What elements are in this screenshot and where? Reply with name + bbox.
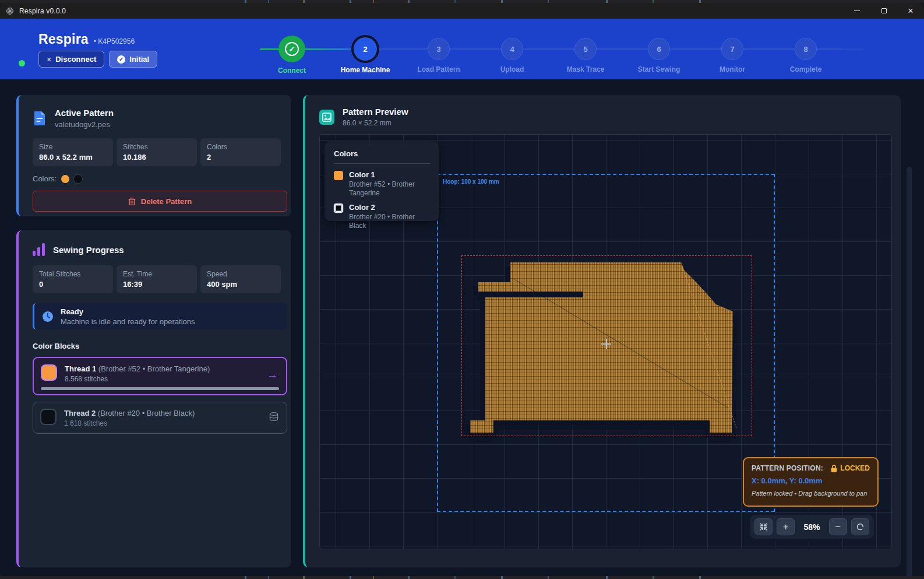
step-mask-trace[interactable]: 5 Mask Trace (549, 26, 622, 75)
color-dot-tangerine (61, 175, 69, 183)
colors-panel-title: Colors (334, 149, 431, 158)
status-title: Ready (61, 307, 195, 316)
reset-view-button[interactable] (851, 518, 869, 535)
lock-icon (831, 465, 837, 472)
zoom-level: 58% (799, 522, 824, 532)
thread2-swatch (40, 409, 57, 425)
thread-block-1[interactable]: Thread 1 (Brother #52 • Brother Tangerin… (33, 357, 287, 395)
scrollbar-thumb[interactable] (907, 167, 912, 576)
hoop-label: Hoop: 100 x 100 mm (443, 178, 499, 185)
color-dot-black (74, 175, 82, 183)
pattern-filename: valetudogv2.pes (55, 120, 114, 129)
card-title: Pattern Preview (343, 107, 408, 117)
image-icon (319, 110, 334, 125)
pattern-position-overlay: PATTERN POSITION: LOCKED X: 0.0mm, Y: 0.… (743, 457, 879, 507)
position-hint: Pattern locked • Drag background to pan (752, 490, 870, 497)
zoom-out-button[interactable]: − (829, 518, 847, 535)
thread1-progress-bar (41, 387, 279, 390)
step-complete[interactable]: 8 Complete (769, 26, 842, 75)
divider (334, 163, 431, 164)
pattern-dimensions: 86.0 × 52.2 mm (343, 119, 408, 127)
thread-block-2[interactable]: Thread 2 (Brother #20 • Brother Black) 1… (33, 402, 287, 434)
close-icon: × (908, 6, 913, 16)
maximize-button[interactable] (870, 3, 897, 19)
active-pattern-card: Active Pattern valetudogv2.pes Size 86.0… (16, 95, 291, 216)
step-home-machine[interactable]: 2 Home Machine (329, 26, 402, 75)
position-label: PATTERN POSITION: (752, 464, 823, 472)
colors-panel: Colors Color 1 Brother #52 • Brother Tan… (325, 141, 439, 221)
thread1-swatch (41, 364, 57, 381)
step-connect[interactable]: ✓ Connect (255, 26, 329, 75)
disconnect-button[interactable]: × Disconnect (38, 51, 104, 68)
titlebar: Respira v0.0.0 × (0, 3, 924, 19)
connection-status-dot (19, 60, 25, 66)
color1-swatch (334, 171, 343, 180)
app-icon (6, 7, 14, 15)
machine-serial: • K4P502956 (94, 37, 135, 45)
check-circle-icon: ✓ (117, 55, 125, 64)
stat-est-time: Est. Time 16:39 (117, 265, 197, 293)
stat-size: Size 86.0 x 52.2 mm (33, 138, 113, 166)
header: Respira • K4P502956 × Disconnect ✓ Initi… (0, 19, 924, 79)
background-window-sliver-bottom (0, 576, 924, 579)
zoom-in-button[interactable]: + (777, 518, 795, 535)
locked-badge: LOCKED (831, 464, 870, 472)
stepper-line-tail (842, 48, 863, 50)
stat-stitches: Stitches 10.186 (117, 138, 197, 166)
status-desc: Machine is idle and ready for operations (61, 317, 195, 326)
arrow-right-icon: → (267, 369, 278, 381)
clock-icon (42, 311, 54, 322)
card-title: Sewing Progress (53, 245, 124, 255)
minimize-button[interactable] (844, 3, 870, 19)
file-icon (33, 111, 47, 126)
color-blocks-heading: Color Blocks (33, 342, 281, 350)
color-item-2: Color 2 Brother #20 • Brother Black (334, 203, 431, 230)
step-start-sewing[interactable]: 6 Start Sewing (622, 26, 696, 75)
x-icon: × (47, 55, 51, 64)
close-button[interactable]: × (897, 3, 924, 19)
minimize-icon (854, 10, 860, 11)
fit-view-button[interactable] (754, 518, 773, 535)
stat-speed: Speed 400 spm (200, 265, 281, 293)
app-window: Respira v0.0.0 × Respira • K4P502956 × D… (0, 3, 924, 576)
step-load-pattern[interactable]: 3 Load Pattern (402, 26, 475, 75)
initial-button[interactable]: ✓ Initial (109, 51, 157, 68)
sewing-progress-card: Sewing Progress Total Stitches 0 Est. Ti… (16, 230, 291, 567)
delete-pattern-button[interactable]: Delete Pattern (33, 191, 287, 212)
window-title: Respira v0.0.0 (19, 7, 66, 15)
minus-icon: − (835, 521, 841, 533)
card-title: Active Pattern (55, 108, 114, 118)
pattern-preview-card: Pattern Preview 86.0 × 52.2 mm Hoop: 100… (303, 95, 901, 567)
machine-status-banner: Ready Machine is idle and ready for oper… (33, 303, 287, 329)
bar-chart-icon (33, 243, 45, 256)
center-crosshair-icon (601, 339, 611, 349)
color-item-1: Color 1 Brother #52 • Brother Tangerine (334, 170, 431, 198)
step-connect-circle: ✓ (280, 37, 304, 61)
stat-colors: Colors 2 (200, 138, 281, 166)
workflow-stepper: ✓ Connect 2 Home Machine 3 Load Pattern … (255, 26, 884, 76)
main-content: Active Pattern valetudogv2.pes Size 86.0… (0, 79, 924, 576)
app-name: Respira (38, 31, 89, 47)
database-icon (269, 412, 279, 422)
position-coords: X: 0.0mm, Y: 0.0mm (752, 476, 870, 485)
color2-swatch (334, 203, 343, 213)
step-upload[interactable]: 4 Upload (475, 26, 549, 75)
trash-icon (128, 197, 136, 205)
step-monitor[interactable]: 7 Monitor (696, 26, 769, 75)
zoom-toolbar: + 58% − (750, 515, 874, 539)
fit-view-icon (759, 522, 768, 531)
maximize-icon (881, 8, 887, 13)
plus-icon: + (783, 521, 789, 533)
colors-label: Colors: (33, 174, 57, 183)
reset-icon (856, 522, 865, 531)
stat-total-stitches: Total Stitches 0 (33, 265, 113, 293)
check-icon: ✓ (285, 42, 299, 56)
